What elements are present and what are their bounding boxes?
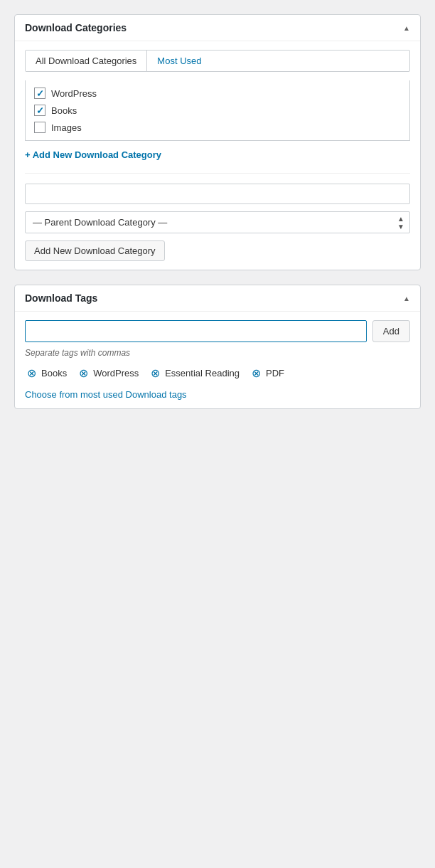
tab-most-used[interactable]: Most Used <box>147 51 211 71</box>
download-tags-panel: Download Tags ▲ Add Separate tags with c… <box>14 285 421 409</box>
remove-tag-essential-reading-icon[interactable]: ⊗ <box>149 366 161 379</box>
tag-item-pdf: ⊗ PDF <box>249 366 284 379</box>
panel-body-categories: All Download Categories Most Used ✓ Word… <box>15 41 420 270</box>
checkbox-wordpress[interactable]: ✓ <box>34 88 45 99</box>
checkmark-wordpress: ✓ <box>36 89 44 98</box>
choose-most-used-link[interactable]: Choose from most used Download tags <box>25 389 187 400</box>
new-category-section: — Parent Download Category — ▲ ▼ Add New… <box>25 173 410 261</box>
checkbox-books[interactable]: ✓ <box>34 105 45 116</box>
parent-category-select[interactable]: — Parent Download Category — <box>25 211 410 233</box>
tags-list: ⊗ Books ⊗ WordPress ⊗ Essential Reading … <box>25 366 410 379</box>
tag-item-wordpress: ⊗ WordPress <box>77 366 139 379</box>
category-item-books: ✓ Books <box>34 105 401 116</box>
panel-title-tags: Download Tags <box>25 292 97 304</box>
categories-list: ✓ WordPress ✓ Books Images <box>25 80 410 141</box>
remove-tag-wordpress-icon[interactable]: ⊗ <box>77 366 90 379</box>
tag-label-essential-reading: Essential Reading <box>165 368 240 379</box>
new-category-name-input[interactable] <box>25 184 410 204</box>
category-label-books: Books <box>51 105 77 116</box>
category-item-images: Images <box>34 122 401 133</box>
panel-body-tags: Add Separate tags with commas ⊗ Books ⊗ … <box>15 312 420 408</box>
panel-header-categories: Download Categories ▲ <box>15 15 420 41</box>
tag-label-wordpress: WordPress <box>93 368 139 379</box>
tags-hint: Separate tags with commas <box>25 348 410 358</box>
tag-label-books: Books <box>41 368 67 379</box>
tag-item-essential-reading: ⊗ Essential Reading <box>149 366 240 379</box>
category-tabs: All Download Categories Most Used <box>25 50 410 72</box>
category-label-wordpress: WordPress <box>51 88 97 99</box>
tag-label-pdf: PDF <box>266 368 284 379</box>
tags-input-row: Add <box>25 320 410 342</box>
tag-item-books: ⊗ Books <box>25 366 67 379</box>
panel-title-categories: Download Categories <box>25 22 127 33</box>
category-label-images: Images <box>51 122 82 133</box>
collapse-icon-categories[interactable]: ▲ <box>403 24 410 32</box>
add-tag-button[interactable]: Add <box>372 320 410 342</box>
tab-all-categories[interactable]: All Download Categories <box>26 51 146 71</box>
remove-tag-pdf-icon[interactable]: ⊗ <box>249 366 262 379</box>
download-categories-panel: Download Categories ▲ All Download Categ… <box>14 14 421 270</box>
collapse-icon-tags[interactable]: ▲ <box>403 295 410 302</box>
tag-input[interactable] <box>25 320 367 342</box>
checkmark-books: ✓ <box>36 106 44 115</box>
add-new-category-link[interactable]: + Add New Download Category <box>25 149 161 160</box>
panel-header-tags: Download Tags ▲ <box>15 285 420 312</box>
category-item-wordpress: ✓ WordPress <box>34 88 401 99</box>
remove-tag-books-icon[interactable]: ⊗ <box>25 366 38 379</box>
add-new-category-button[interactable]: Add New Download Category <box>25 240 165 261</box>
checkbox-images[interactable] <box>34 122 45 133</box>
parent-category-select-wrapper: — Parent Download Category — ▲ ▼ <box>25 211 410 233</box>
